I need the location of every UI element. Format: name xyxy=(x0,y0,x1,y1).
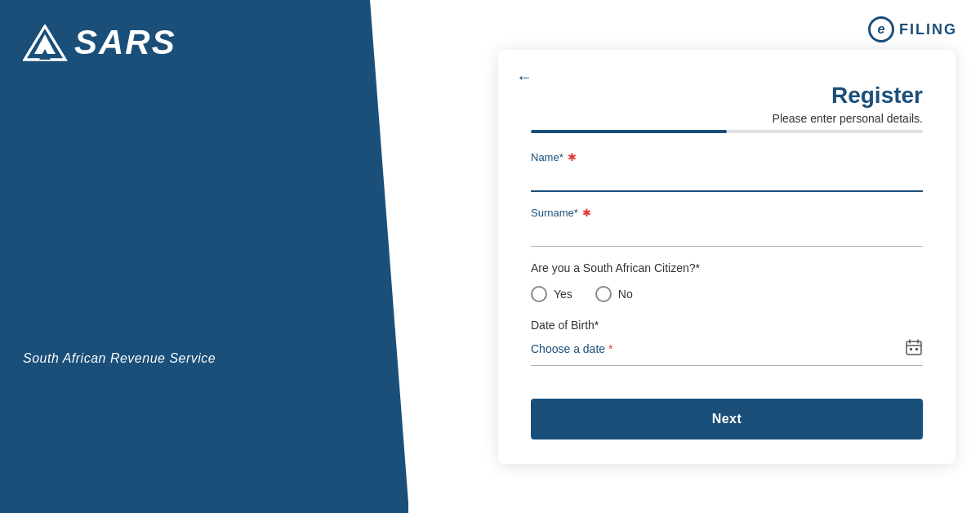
progress-bar-fill xyxy=(531,130,727,133)
radio-no-option[interactable]: No xyxy=(595,286,633,302)
sars-triangle-icon xyxy=(23,25,68,61)
calendar-icon[interactable] xyxy=(905,338,923,360)
radio-no-label: No xyxy=(618,288,633,301)
dob-label: Date of Birth* xyxy=(531,319,923,332)
sars-logo: SARS xyxy=(23,23,176,62)
name-required-star: ✱ xyxy=(565,151,577,163)
date-picker-container[interactable]: Choose a date * xyxy=(531,338,923,366)
radio-yes-label: Yes xyxy=(554,288,572,301)
sars-logo-text: SARS xyxy=(74,23,176,62)
left-panel: SARS South African Revenue Service xyxy=(0,0,408,513)
radio-yes-option[interactable]: Yes xyxy=(531,286,572,302)
right-panel: e FILING ← Register Please enter persona… xyxy=(408,0,980,513)
form-title: Register xyxy=(531,83,923,109)
efiling-circle-icon: e xyxy=(868,16,894,42)
surname-required-star: ✱ xyxy=(580,207,592,219)
svg-rect-4 xyxy=(906,341,921,355)
svg-rect-8 xyxy=(910,348,912,350)
radio-no-circle xyxy=(595,286,612,302)
name-input[interactable] xyxy=(531,167,923,192)
radio-yes-circle xyxy=(531,286,547,302)
svg-rect-9 xyxy=(915,348,918,350)
name-label: Name* ✱ xyxy=(531,151,923,163)
back-button[interactable]: ← xyxy=(516,68,532,87)
sars-tagline: South African Revenue Service xyxy=(23,351,216,366)
name-field-group: Name* ✱ xyxy=(531,151,923,192)
efiling-text: FILING xyxy=(899,21,957,38)
surname-field-group: Surname* ✱ xyxy=(531,207,923,247)
surname-input[interactable] xyxy=(531,222,923,247)
citizen-radio-group: Yes No xyxy=(531,286,923,302)
citizen-question: Are you a South African Citizen?* xyxy=(531,261,923,274)
dob-required-star: * xyxy=(605,342,612,355)
progress-bar-container xyxy=(531,130,923,133)
date-placeholder: Choose a date * xyxy=(531,342,905,355)
efiling-logo: e FILING xyxy=(868,16,957,42)
form-card: ← Register Please enter personal details… xyxy=(498,50,956,464)
next-button[interactable]: Next xyxy=(531,399,923,439)
dob-field-group: Date of Birth* Choose a date * xyxy=(531,319,923,366)
surname-label: Surname* ✱ xyxy=(531,207,923,219)
form-subtitle: Please enter personal details. xyxy=(531,112,923,125)
